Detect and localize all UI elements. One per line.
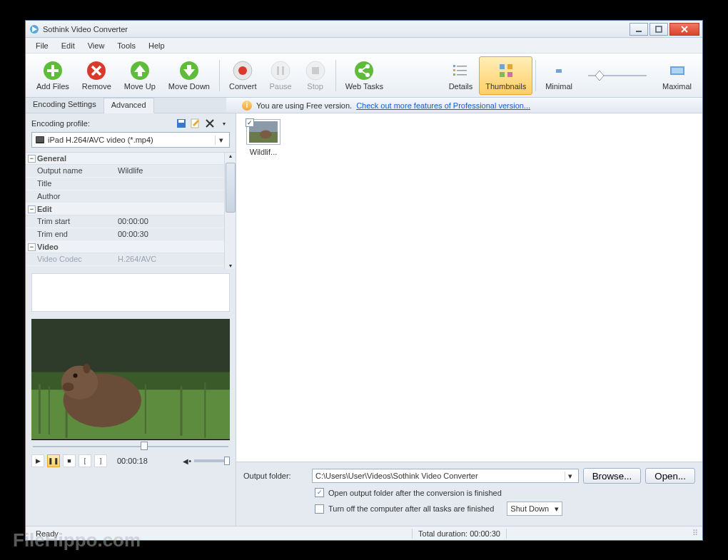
device-icon — [35, 135, 45, 145]
menu-edit[interactable]: Edit — [56, 40, 81, 51]
property-grid: General Output nameWildlife Title Author… — [26, 152, 236, 269]
svg-rect-26 — [500, 64, 505, 69]
banner-link[interactable]: Check out more features of Professional … — [356, 101, 530, 110]
group-general[interactable]: General — [26, 153, 224, 165]
chevron-down-icon: ▾ — [565, 472, 575, 481]
svg-rect-43 — [39, 384, 41, 433]
movedown-button[interactable]: Move Down — [162, 56, 216, 95]
maximal-button[interactable]: Maximal — [656, 56, 698, 95]
seek-handle[interactable] — [141, 442, 148, 450]
thumbnails-button[interactable]: Thumbnails — [479, 56, 532, 95]
svg-rect-20 — [453, 65, 455, 67]
x-icon — [86, 61, 106, 81]
separator — [335, 60, 336, 91]
pause-button[interactable]: Pause — [263, 56, 298, 95]
pause-icon — [271, 61, 290, 81]
volume-icon[interactable]: ◀• — [183, 457, 191, 465]
resize-grip-icon[interactable]: ⠿ — [692, 529, 698, 538]
prop-trimend[interactable]: Trim end00:00:30 — [26, 228, 224, 241]
grid-icon — [496, 61, 516, 81]
scroll-thumb[interactable] — [226, 163, 236, 213]
prop-dimension[interactable]: DimensionOriginal — [26, 266, 224, 269]
addfiles-button[interactable]: Add Files — [30, 56, 76, 95]
status-duration: Total duration: 00:00:30 — [413, 529, 506, 538]
svg-point-11 — [271, 61, 290, 80]
stop-button[interactable]: Stop — [298, 56, 333, 95]
open-folder-checkbox[interactable]: ✓ — [315, 488, 324, 497]
minimize-button[interactable] — [630, 23, 648, 36]
stop-icon — [305, 61, 325, 81]
arrow-down-icon — [179, 61, 199, 81]
item-checkbox[interactable]: ✓ — [246, 118, 254, 127]
shutdown-select[interactable]: Shut Down ▾ — [507, 502, 562, 516]
details-button[interactable]: Details — [443, 56, 480, 95]
menubar: File Edit View Tools Help — [26, 38, 702, 54]
titlebar: Sothink Video Converter — [26, 21, 702, 38]
save-icon[interactable] — [176, 118, 187, 129]
volume-handle[interactable] — [224, 457, 230, 465]
seek-slider[interactable] — [31, 442, 230, 452]
output-folder-input[interactable]: C:\Users\User\Videos\Sothink Video Conve… — [312, 469, 579, 483]
delete-icon[interactable] — [204, 118, 216, 129]
svg-rect-22 — [453, 73, 455, 76]
svg-point-56 — [260, 131, 272, 139]
tab-advanced[interactable]: Advanced — [104, 98, 154, 113]
output-folder-label: Output folder: — [243, 472, 308, 480]
thumbnail[interactable]: ✓ — [246, 119, 280, 145]
menu-help[interactable]: Help — [143, 40, 171, 51]
file-list[interactable]: ✓ Wildlif... — [236, 113, 702, 462]
remove-button[interactable]: Remove — [76, 56, 118, 95]
svg-rect-23 — [457, 66, 467, 67]
output-panel: Output folder: C:\Users\User\Videos\Soth… — [236, 462, 702, 526]
prop-outputname[interactable]: Output nameWildlife — [26, 165, 224, 178]
minimal-button[interactable]: Minimal — [539, 56, 579, 95]
webtasks-button[interactable]: Web Tasks — [339, 56, 390, 95]
movedown-label: Move Down — [168, 82, 210, 91]
bracket-open-button[interactable]: [ — [79, 454, 91, 467]
convert-button[interactable]: Convert — [223, 56, 263, 95]
maximize-button[interactable] — [649, 23, 668, 36]
prop-author[interactable]: Author — [26, 190, 224, 203]
plus-icon — [43, 61, 63, 81]
edit-icon[interactable] — [190, 118, 201, 129]
addfiles-label: Add Files — [36, 82, 69, 91]
convert-label: Convert — [229, 82, 257, 91]
close-button[interactable] — [669, 23, 699, 36]
menu-view[interactable]: View — [82, 40, 111, 51]
stop-button[interactable]: ■ — [63, 454, 76, 467]
minimal-label: Minimal — [545, 82, 572, 91]
svg-rect-24 — [457, 70, 467, 71]
profile-label: Encoding profile: — [31, 119, 173, 128]
bracket-close-button[interactable]: ] — [94, 454, 107, 467]
volume-slider[interactable] — [194, 459, 230, 462]
turnoff-checkbox[interactable] — [315, 504, 324, 514]
prop-codec: Video CodecH.264/AVC — [26, 253, 224, 266]
prop-trimstart[interactable]: Trim start00:00:00 — [26, 215, 224, 228]
svg-rect-29 — [507, 72, 512, 77]
pause-button[interactable]: ❚❚ — [47, 454, 60, 467]
svg-rect-5 — [47, 69, 59, 72]
svg-rect-47 — [180, 386, 182, 435]
svg-point-53 — [83, 364, 90, 374]
zoom-slider[interactable] — [579, 56, 656, 95]
video-preview[interactable] — [31, 319, 230, 440]
item-label: Wildlif... — [242, 148, 285, 156]
details-label: Details — [449, 82, 473, 91]
profile-select[interactable]: iPad H.264/AVC video (*.mp4) ▾ — [31, 132, 230, 148]
open-button[interactable]: Open... — [645, 468, 695, 484]
group-edit[interactable]: Edit — [26, 203, 224, 215]
play-button[interactable]: ▶ — [31, 454, 44, 467]
browse-button[interactable]: Browse... — [583, 468, 642, 484]
svg-rect-21 — [453, 69, 455, 71]
separator — [535, 60, 536, 91]
moveup-button[interactable]: Move Up — [118, 56, 162, 95]
group-video[interactable]: Video — [26, 241, 224, 253]
menu-tools[interactable]: Tools — [111, 40, 141, 51]
scrollbar[interactable]: ▴ ▾ — [224, 153, 236, 269]
prop-title[interactable]: Title — [26, 178, 224, 190]
open-folder-label: Open output folder after the conversion … — [328, 489, 502, 497]
chevron-down-icon[interactable]: ▾ — [218, 118, 230, 129]
tab-encoding-settings[interactable]: Encoding Settings — [26, 98, 104, 113]
list-item[interactable]: ✓ Wildlif... — [242, 119, 285, 156]
menu-file[interactable]: File — [30, 40, 54, 51]
